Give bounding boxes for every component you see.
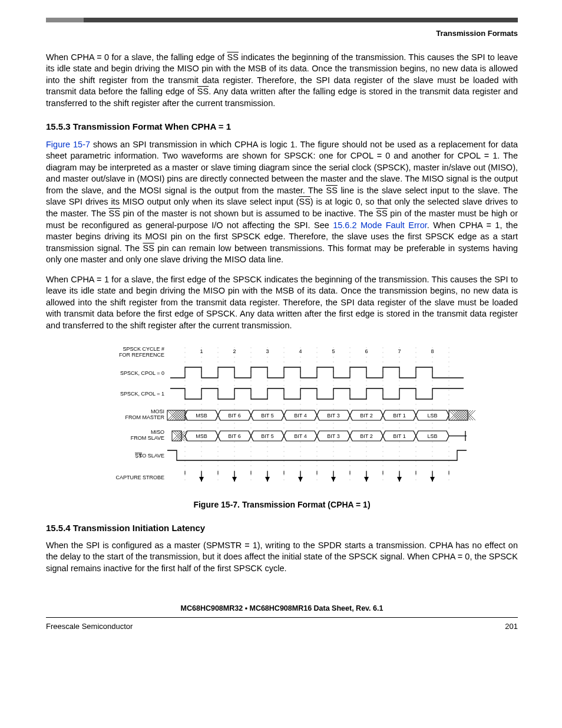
svg-text:MSB: MSB [196, 412, 207, 418]
svg-rect-58 [449, 410, 468, 420]
svg-marker-88 [199, 477, 204, 482]
svg-marker-102 [430, 477, 435, 482]
ss-overline: SS [376, 209, 387, 218]
svg-marker-98 [364, 477, 369, 482]
heading-1554: 15.5.4 Transmission Initiation Latency [46, 522, 518, 534]
label-capture: CAPTURE STROBE [115, 475, 164, 480]
svg-text:8: 8 [431, 348, 434, 354]
svg-text:BIT 6: BIT 6 [228, 433, 240, 439]
svg-text:BIT 1: BIT 1 [393, 412, 405, 418]
paragraph-1553-2: When CPHA = 1 for a slave, the first edg… [46, 274, 518, 332]
figure-ref-link[interactable]: Figure 15-7 [46, 140, 90, 149]
ss-overline: SS [143, 243, 154, 253]
label-cpol0: SPSCK, CPOL = 0 [120, 370, 164, 376]
heading-1553: 15.5.3 Transmission Format When CPHA = 1 [46, 121, 518, 133]
header-rule [46, 18, 518, 22]
ss-overline: SS [326, 186, 338, 195]
footer-rule [46, 617, 518, 618]
section-header: Transmission Formats [46, 28, 518, 39]
label-mosi1: MOSI [150, 409, 164, 414]
paragraph-intro: When CPHA = 0 for a slave, the falling e… [46, 52, 518, 110]
footer-page-number: 201 [505, 621, 518, 632]
label-miso1: MISO [150, 429, 164, 435]
svg-text:LSB: LSB [427, 433, 437, 439]
svg-text:BIT 3: BIT 3 [327, 412, 339, 418]
svg-text:BIT 6: BIT 6 [228, 412, 240, 418]
clock-cpol0 [170, 367, 464, 378]
svg-text:5: 5 [332, 348, 335, 354]
footer-company: Freescale Semiconductor [46, 621, 133, 632]
text: pin of the master is not shown but is as… [120, 209, 376, 218]
timing-diagram: SPSCK CYCLE # FOR REFERENCE SPSCK, CPOL … [88, 342, 477, 496]
svg-text:6: 6 [365, 348, 368, 354]
mosi-data: MSBBIT 6BIT 5BIT 4BIT 3BIT 2BIT 1LSB [167, 410, 475, 420]
label-cpol1: SPSCK, CPOL = 1 [120, 391, 164, 397]
label-cycle: SPSCK CYCLE # [123, 346, 164, 352]
svg-text:4: 4 [299, 348, 302, 354]
svg-text:BIT 4: BIT 4 [294, 412, 306, 418]
miso-data: MSBBIT 6BIT 5BIT 4BIT 3BIT 2BIT 1LSB [172, 431, 467, 441]
label-miso2: FROM SLAVE [130, 435, 164, 441]
paragraph-1553-1: Figure 15-7 shows an SPI transmission in… [46, 139, 518, 266]
label-ss: , TO SLAVE [135, 453, 164, 459]
svg-text:3: 3 [266, 348, 269, 354]
svg-marker-100 [397, 477, 402, 482]
label-mosi2: FROM MASTER [125, 414, 164, 420]
page: Transmission Formats When CPHA = 0 for a… [0, 0, 562, 650]
svg-text:BIT 5: BIT 5 [261, 433, 273, 439]
cycle-number-row: 12345678 [200, 348, 434, 354]
ss-overline: SS [227, 52, 239, 62]
svg-text:BIT 5: BIT 5 [261, 412, 273, 418]
svg-text:BIT 2: BIT 2 [360, 412, 372, 418]
xref-link[interactable]: 15.6.2 Mode Fault Error [333, 220, 427, 230]
ss-overline: SS [197, 87, 209, 96]
svg-marker-96 [331, 477, 336, 482]
paragraph-1554: When the SPI is configured as a master (… [46, 540, 518, 575]
svg-text:BIT 2: BIT 2 [360, 433, 372, 439]
svg-text:1: 1 [200, 348, 203, 354]
figure-15-7: SPSCK CYCLE # FOR REFERENCE SPSCK, CPOL … [46, 342, 518, 510]
svg-marker-94 [298, 477, 303, 482]
svg-text:2: 2 [233, 348, 236, 354]
svg-text:7: 7 [398, 348, 401, 354]
svg-marker-92 [265, 477, 270, 482]
ss-overline: SS [299, 197, 310, 206]
svg-text:BIT 4: BIT 4 [294, 433, 306, 439]
clock-cpol1 [170, 388, 464, 399]
svg-text:MSB: MSB [196, 433, 207, 439]
figure-caption: Figure 15-7. Transmission Format (CPHA =… [46, 499, 518, 510]
svg-marker-90 [232, 477, 237, 482]
ss-overline: SS [109, 209, 120, 218]
footer-doc-title: MC68HC908MR32 • MC68HC908MR16 Data Sheet… [46, 604, 518, 614]
svg-text:BIT 1: BIT 1 [393, 433, 405, 439]
text: When CPHA = 0 for a slave, the falling e… [46, 52, 227, 62]
label-cycle2: FOR REFERENCE [118, 352, 164, 358]
svg-text:LSB: LSB [427, 412, 437, 418]
svg-text:BIT 3: BIT 3 [327, 433, 339, 439]
footer-row: Freescale Semiconductor 201 [46, 621, 518, 632]
